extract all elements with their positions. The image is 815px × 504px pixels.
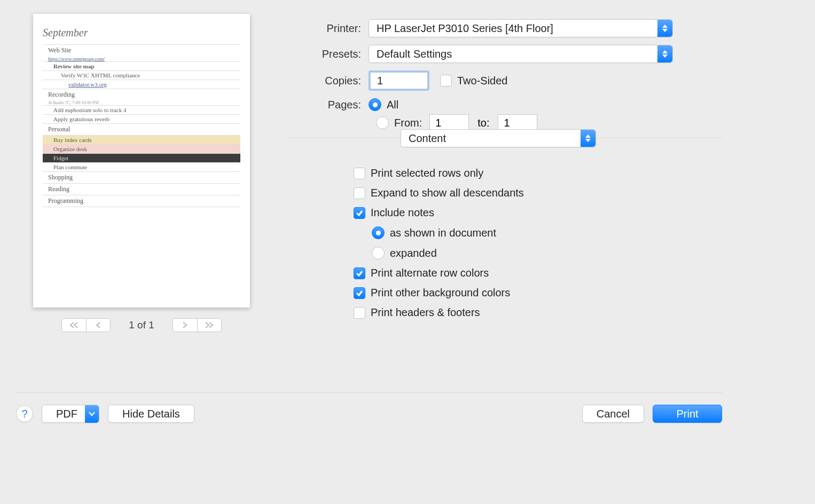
preview-link: validator.w3.org bbox=[43, 80, 240, 89]
notes-expanded-radio[interactable] bbox=[372, 247, 385, 259]
printer-select[interactable]: HP LaserJet P3010 Series [4th Floor] bbox=[369, 19, 673, 37]
help-button[interactable]: ? bbox=[16, 405, 33, 422]
presets-select[interactable]: Default Settings bbox=[369, 45, 673, 63]
preview-note: At Studio 7C, 7:00-10:00 PM bbox=[43, 100, 240, 105]
preview-section: Personal bbox=[43, 123, 240, 135]
preview-row: Organize desk bbox=[43, 144, 240, 153]
preview-column: September Web Site https://www.omnigroup… bbox=[16, 14, 267, 392]
updown-icon bbox=[657, 45, 672, 62]
prev-page-button[interactable] bbox=[86, 318, 111, 332]
print-dialog: September Web Site https://www.omnigroup… bbox=[0, 0, 738, 392]
content-options: Print selected rows only Expand to show … bbox=[354, 167, 722, 319]
presets-label: Presets: bbox=[299, 48, 369, 60]
notes-expanded-label: expanded bbox=[390, 247, 437, 259]
two-sided-label: Two-Sided bbox=[457, 75, 508, 87]
chevron-down-icon bbox=[85, 405, 99, 423]
preview-pager: 1 of 1 bbox=[61, 318, 222, 332]
dialog-footer: ? PDF Hide Details Cancel Print bbox=[0, 393, 738, 435]
pages-all-label: All bbox=[387, 99, 398, 111]
printer-value: HP LaserJet P3010 Series [4th Floor] bbox=[369, 22, 553, 35]
section-select[interactable]: Content bbox=[401, 129, 596, 147]
pages-to-label: to: bbox=[477, 117, 489, 129]
updown-icon bbox=[657, 20, 672, 37]
hide-details-button[interactable]: Hide Details bbox=[108, 405, 194, 423]
pages-label: Pages: bbox=[299, 99, 369, 111]
preview-section: Recording bbox=[43, 89, 240, 100]
alt-row-colors-label: Print alternate row colors bbox=[371, 267, 489, 279]
preview-row: Add euphonium solo to track 4 bbox=[43, 105, 240, 114]
preview-row: Plan commute bbox=[43, 162, 240, 171]
alt-row-colors-checkbox[interactable] bbox=[354, 267, 365, 279]
preview-title: September bbox=[43, 27, 240, 39]
preview-row: Fidget bbox=[43, 153, 240, 162]
print-selected-rows-checkbox[interactable] bbox=[354, 168, 365, 179]
settings-column: Printer: HP LaserJet P3010 Series [4th F… bbox=[299, 14, 722, 392]
headers-footers-label: Print headers & footers bbox=[371, 306, 480, 319]
first-page-button[interactable] bbox=[61, 318, 86, 332]
section-value: Content bbox=[401, 132, 446, 145]
bg-colors-label: Print other background colors bbox=[371, 287, 510, 299]
print-preview: September Web Site https://www.omnigroup… bbox=[33, 14, 250, 308]
print-selected-rows-label: Print selected rows only bbox=[371, 167, 483, 179]
expand-descendants-checkbox[interactable] bbox=[354, 187, 365, 199]
copies-label: Copies: bbox=[299, 75, 369, 87]
expand-descendants-label: Expand to show all descendants bbox=[371, 187, 524, 199]
pages-all-radio[interactable] bbox=[369, 98, 381, 111]
include-notes-checkbox[interactable] bbox=[354, 207, 365, 219]
presets-value: Default Settings bbox=[369, 48, 452, 60]
updown-icon bbox=[581, 130, 595, 147]
printer-label: Printer: bbox=[299, 22, 369, 35]
pages-from-radio[interactable] bbox=[376, 116, 389, 129]
preview-row: Buy index cards bbox=[43, 135, 240, 144]
preview-section: Web Site bbox=[43, 44, 240, 56]
notes-as-shown-label: as shown in document bbox=[390, 227, 496, 239]
last-page-button[interactable] bbox=[197, 318, 222, 332]
pdf-menu-button[interactable]: PDF bbox=[42, 405, 99, 423]
preview-row: Review site map bbox=[43, 61, 240, 70]
preview-link: https://www.omnigroup.com/ bbox=[43, 56, 240, 61]
preview-section: Reading bbox=[43, 183, 240, 195]
notes-as-shown-radio[interactable] bbox=[372, 226, 385, 239]
pages-from-label: From: bbox=[394, 117, 422, 129]
next-page-button[interactable] bbox=[173, 318, 197, 332]
headers-footers-checkbox[interactable] bbox=[354, 307, 365, 319]
include-notes-label: Include notes bbox=[371, 207, 434, 219]
print-button[interactable]: Print bbox=[653, 405, 722, 423]
two-sided-checkbox[interactable] bbox=[440, 75, 452, 86]
copies-input[interactable]: 1 bbox=[369, 70, 429, 91]
cancel-button[interactable]: Cancel bbox=[582, 405, 644, 423]
pdf-label: PDF bbox=[56, 408, 77, 420]
page-indicator: 1 of 1 bbox=[129, 319, 154, 331]
preview-row: Verify W3C XHTML compliance bbox=[43, 70, 240, 80]
bg-colors-checkbox[interactable] bbox=[354, 287, 365, 299]
preview-section: Programming bbox=[43, 195, 240, 207]
preview-section: Shopping bbox=[43, 171, 240, 183]
preview-row: Apply gratuitous reverb bbox=[43, 114, 240, 123]
